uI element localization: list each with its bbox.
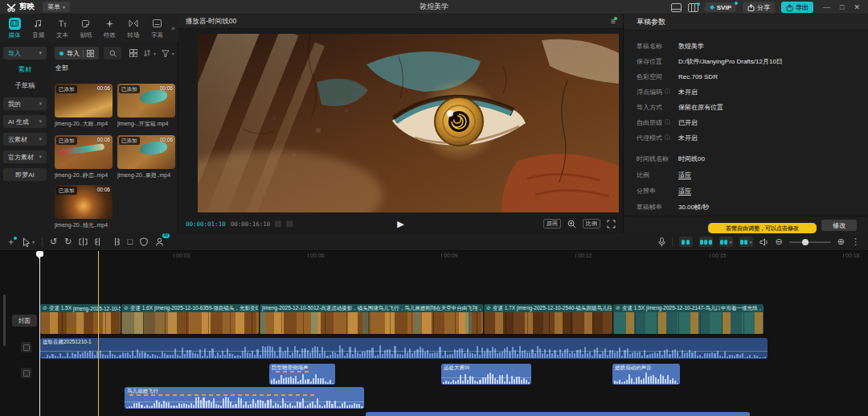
audio-clip-long[interactable]: 鸟儿扇翅飞行 — [125, 387, 364, 409]
video-clip[interactable]: ⊘变速 1.6Xjimeng-2025-12-10-6359-微距镜头，光影变幻… — [121, 304, 259, 334]
undo-button[interactable]: ↺ — [50, 237, 57, 246]
nav-item-material[interactable]: 素材 — [3, 65, 47, 75]
volume-line[interactable] — [40, 351, 768, 352]
media-thumbnail[interactable]: 已添加00:06 — [55, 84, 113, 117]
nav-item-subdraft[interactable]: 子草稿 — [3, 81, 47, 91]
share-button[interactable]: 分享 — [743, 2, 775, 13]
tab-text[interactable]: 文本 — [51, 18, 74, 39]
video-preview[interactable] — [198, 34, 619, 212]
sfx-clip[interactable]: 翅膀扇动的声音 — [612, 364, 680, 385]
frame-forward-button[interactable] — [286, 220, 293, 227]
sort-icon[interactable] — [143, 49, 151, 57]
ratio-button[interactable]: 比例 — [583, 219, 600, 229]
slider-knob[interactable] — [802, 239, 809, 245]
nav-item-cloud[interactable]: 云素材▾ — [3, 133, 47, 146]
search-button[interactable] — [104, 47, 121, 60]
import-dropdown[interactable]: 导入▾ — [3, 47, 47, 60]
video-clip[interactable]: ⊘变速 1.5Xjimeng-2025-12-10-2147-鸟儿口中衔着一缕光… — [613, 304, 764, 334]
audio-main-clip[interactable]: 提取音频20251210-1 — [40, 338, 768, 359]
snap-toggle[interactable]: ▾ — [719, 237, 733, 247]
media-item[interactable]: 已添加00:06 jimeng-20..展翅..mp4 — [117, 135, 175, 179]
track-head-icon[interactable] — [21, 342, 31, 352]
volume-line[interactable] — [441, 377, 531, 378]
mask-button[interactable] — [140, 237, 148, 246]
more-tabs-icon[interactable]: » — [171, 24, 175, 32]
audio-clip-clipped[interactable] — [366, 412, 750, 416]
quality-button[interactable]: 原画 — [543, 219, 561, 229]
tab-media[interactable]: 媒体 — [3, 18, 27, 39]
media-item[interactable]: 已添加00:06 jimeng-20..大殿..mp4 — [55, 84, 113, 128]
clip-speed: 变速 1.6X — [130, 305, 153, 312]
menu-button[interactable]: 菜单▾ — [43, 2, 70, 12]
fit-timeline-icon[interactable]: ⋮ — [851, 237, 860, 246]
info-icon[interactable]: ⓘ — [665, 134, 670, 142]
sfx-clip[interactable]: 巨型雕塑倒塌声 — [269, 364, 335, 385]
preview-zoom-icon[interactable] — [567, 220, 576, 229]
add-button[interactable]: ＋ — [6, 237, 15, 246]
video-clip[interactable]: jimeng-2025-12-10-5012-高速运动摄影，镜头围绕鸟儿飞行，鸟… — [260, 304, 483, 334]
fullscreen-icon[interactable] — [607, 220, 616, 229]
tab-transition[interactable]: 转场 — [122, 18, 145, 39]
preview-axis-toggle[interactable]: ▾ — [739, 237, 753, 247]
import-media-button[interactable]: 导入 — [55, 47, 99, 60]
split-button[interactable] — [79, 237, 88, 246]
track-head-icon[interactable] — [21, 368, 31, 378]
media-item[interactable]: 已添加00:06 jimeng-20..静态..mp4 — [55, 135, 113, 179]
redo-button[interactable]: ↻ — [64, 237, 72, 246]
play-button[interactable]: ▶ — [397, 219, 403, 229]
delete-left-button[interactable] — [95, 237, 104, 246]
record-voice-button[interactable] — [658, 237, 665, 247]
param-value-link[interactable]: 适应 — [678, 171, 691, 179]
nav-item-jimeng-ai[interactable]: 即梦AI — [3, 168, 47, 181]
playhead-marker-line[interactable] — [98, 251, 99, 416]
frame-back-button[interactable] — [275, 220, 281, 227]
crop-button[interactable]: □ — [127, 237, 133, 246]
playhead-handle[interactable] — [36, 251, 43, 257]
timeline[interactable]: 00:03 00:06 00:09 00:12 00:15 00:18 封面 ⊘… — [0, 251, 868, 416]
layout-icon[interactable] — [671, 3, 682, 12]
modify-button[interactable]: 修改 — [821, 220, 857, 231]
close-button[interactable]: ✕ — [854, 3, 860, 11]
sfx-clip[interactable]: 远处大雁叫 — [441, 364, 531, 385]
tab-captions[interactable]: 字幕 — [145, 18, 169, 39]
tab-audio[interactable]: 音频 — [27, 18, 51, 39]
magnet-toggle[interactable] — [679, 237, 693, 247]
info-icon[interactable]: ⓘ — [665, 88, 670, 96]
select-tool-button[interactable]: ▾ — [23, 237, 35, 247]
grid-view-icon[interactable] — [129, 49, 137, 57]
panels-icon[interactable] — [688, 3, 698, 12]
video-clip[interactable]: ⊘变速 1.7Xjimeng-2025-12-10-2540-镜头跟随鸟儿往上飞 — [484, 304, 612, 334]
media-thumbnail[interactable]: 已添加00:06 — [117, 135, 175, 169]
added-badge: 已添加 — [119, 85, 140, 93]
smart-cutout-button[interactable]: AI — [155, 237, 164, 246]
minimize-button[interactable]: — — [823, 3, 830, 11]
param-value-link[interactable]: 适应 — [678, 187, 691, 196]
tab-effects[interactable]: 特效 — [98, 18, 121, 39]
media-item[interactable]: 已添加00:06 jimeng-..开宝箱.mp4 — [117, 84, 175, 128]
delete-right-button[interactable] — [111, 237, 120, 246]
nav-item-mine[interactable]: 我的▾ — [3, 97, 47, 110]
filter-icon[interactable] — [162, 50, 170, 57]
volume-line[interactable] — [125, 402, 364, 402]
zoom-out-icon[interactable]: ⊖ — [776, 237, 783, 246]
nav-item-official[interactable]: 官方素材▾ — [3, 150, 47, 163]
cover-button[interactable]: 封面 — [12, 315, 37, 327]
media-thumbnail[interactable]: 已添加00:06 — [117, 84, 175, 117]
info-icon[interactable]: ⓘ — [665, 118, 670, 126]
link-toggle[interactable] — [699, 237, 713, 247]
zoom-in-icon[interactable]: ⊕ — [837, 237, 845, 246]
maximize-button[interactable]: □ — [840, 3, 844, 11]
nav-item-ai-generate[interactable]: AI 生成▾ — [3, 115, 47, 128]
media-thumbnail[interactable]: 已添加00:06 — [55, 135, 113, 169]
export-button[interactable]: 导出 — [781, 2, 813, 13]
tab-sticker[interactable]: 贴纸 — [75, 18, 98, 39]
media-item[interactable]: 已添加00:06 jimeng-20..烛光..mp4 — [55, 185, 113, 229]
filter-all-label[interactable]: 全部 — [55, 64, 68, 72]
svip-button[interactable]: ◆SVIP — [705, 2, 736, 12]
video-clip[interactable]: ⊘变速 1.5Xjimeng-2025-12-10-5.. — [40, 304, 121, 334]
player-menu-icon[interactable]: ≡ — [611, 18, 616, 26]
track-scrollbar[interactable] — [3, 294, 6, 346]
mute-track-icon[interactable] — [760, 238, 769, 246]
timeline-zoom-slider[interactable] — [789, 241, 831, 243]
media-thumbnail[interactable]: 已添加00:06 — [55, 185, 113, 219]
